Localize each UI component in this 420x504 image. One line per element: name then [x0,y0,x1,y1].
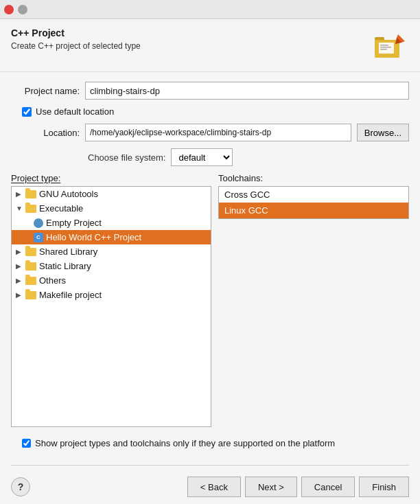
browse-button[interactable]: Browse... [357,124,409,141]
tree-item-gnu-autotools[interactable]: ▶ GNU Autotools [12,187,211,201]
chevron-right-icon: ▶ [16,291,23,299]
project-type-section: Project type: ▶ GNU Autotools ▼ Executab… [11,173,211,427]
tree-item-label: Static Library [39,261,91,271]
folder-icon [25,205,36,213]
tree-item-others[interactable]: ▶ Others [12,273,211,288]
form-area: Project name: Use default location Locat… [0,72,420,458]
tree-item-static-library[interactable]: ▶ Static Library [12,259,211,273]
tree-item-label: Hello World C++ Project [46,232,141,242]
back-button[interactable]: < Back [187,477,241,497]
help-button[interactable]: ? [11,477,30,496]
next-button[interactable]: Next > [245,477,297,497]
close-button[interactable] [4,5,14,14]
tree-item-label: Shared Library [39,247,97,257]
show-types-checkbox[interactable] [22,439,31,448]
toolchains-header: Toolchains: [218,173,409,183]
location-input[interactable] [85,124,351,141]
cancel-button[interactable]: Cancel [301,477,355,497]
titlebar [0,0,420,19]
tree-item-executable[interactable]: ▼ Executable [12,201,211,216]
svg-rect-5 [380,47,391,48]
toolchain-item-cross-gcc[interactable]: Cross GCC [219,187,408,203]
dialog-header: C++ Project Create C++ project of select… [0,19,420,72]
cpp-icon: C [34,233,43,242]
folder-icon [25,277,36,285]
tree-item-makefile-project[interactable]: ▶ Makefile project [12,288,211,302]
location-row: Location: Browse... [11,124,409,141]
button-row: ? < Back Next > Cancel Finish [11,477,409,497]
tree-item-label: Makefile project [39,290,102,300]
toolchains-pane[interactable]: Cross GCC Linux GCC [218,186,409,219]
toolchain-label: Cross GCC [224,190,270,200]
finish-button[interactable]: Finish [359,477,409,497]
show-types-row: Show project types and toolchains only i… [11,434,409,448]
chevron-right-icon: ▶ [16,190,23,198]
project-type-tree[interactable]: ▶ GNU Autotools ▼ Executable Em [11,186,211,427]
use-default-location-checkbox[interactable] [22,107,32,117]
wizard-icon [372,29,408,65]
chevron-right-icon: ▶ [16,248,23,255]
location-label: Location: [11,128,80,138]
chevron-right-icon: ▶ [16,277,23,284]
project-name-label: Project name: [11,86,80,96]
folder-icon [25,291,36,299]
dialog-title: C++ Project [11,27,141,38]
tree-item-hello-world-cpp[interactable]: C Hello World C++ Project [12,230,211,244]
dialog-subtitle: Create C++ project of selected type [11,41,141,51]
chevron-down-icon: ▼ [16,205,23,212]
tree-item-label: Empty Project [46,218,102,228]
toolchain-item-linux-gcc[interactable]: Linux GCC [219,203,408,218]
filesystem-select[interactable]: default [171,148,233,166]
svg-rect-4 [380,45,388,46]
divider [11,465,409,466]
project-name-row: Project name: [11,82,409,100]
dialog-icon [371,27,409,66]
toolchains-section: Toolchains: Cross GCC Linux GCC [218,173,409,427]
project-name-input[interactable] [85,82,409,100]
tree-item-shared-library[interactable]: ▶ Shared Library [12,244,211,259]
filesystem-label: Choose file system: [88,152,165,163]
project-type-header: Project type: [11,173,211,183]
show-types-label: Show project types and toolchains only i… [35,438,335,448]
toolchain-label: Linux GCC [224,205,268,216]
tree-item-empty-project[interactable]: Empty Project [12,216,211,230]
minimize-button[interactable] [18,5,27,14]
tree-item-label: Executable [39,203,83,214]
use-default-location-label: Use default location [36,106,114,117]
svg-rect-3 [379,43,394,54]
svg-rect-6 [380,49,387,50]
project-toolchains-section: Project type: ▶ GNU Autotools ▼ Executab… [11,173,409,427]
tree-item-label: Others [39,275,66,286]
folder-icon [25,190,36,198]
use-default-location-row: Use default location [11,106,409,117]
tree-item-label: GNU Autotools [39,189,98,199]
chevron-right-icon: ▶ [16,262,23,270]
nav-buttons: < Back Next > Cancel Finish [187,477,409,497]
world-icon [34,218,43,228]
dialog: C++ Project Create C++ project of select… [0,19,420,504]
folder-icon [25,262,36,271]
filesystem-row: Choose file system: default [11,148,409,166]
bottom-area: ? < Back Next > Cancel Finish [0,458,420,504]
folder-icon [25,248,36,256]
